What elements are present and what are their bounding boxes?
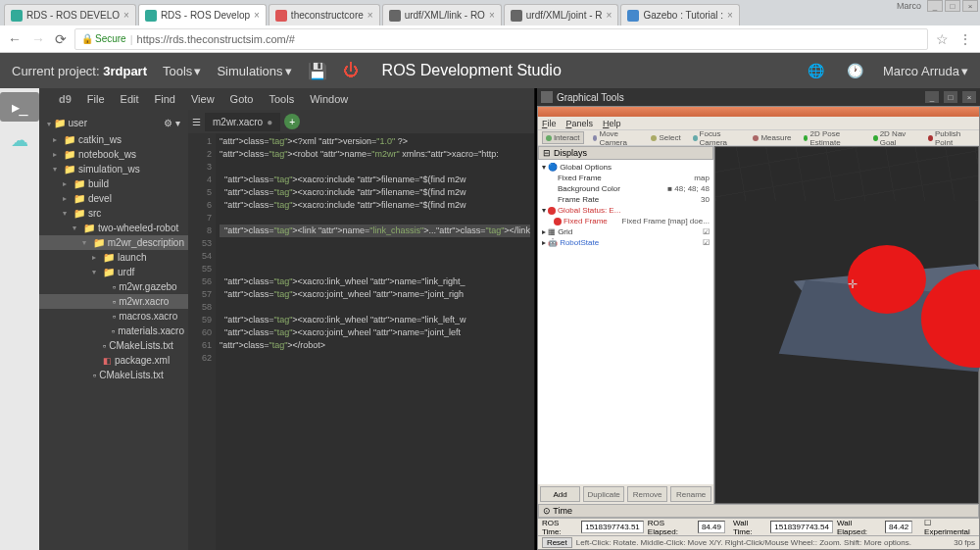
user-menu[interactable]: Marco Arruda ▾ — [883, 64, 968, 78]
back-icon[interactable]: ← — [8, 31, 22, 47]
close-tab-icon[interactable]: × — [607, 10, 612, 21]
c9-menu-item[interactable]: Edit — [121, 93, 139, 105]
folder-node[interactable]: ▸📁devel — [39, 191, 188, 206]
c9-menu-item[interactable]: File — [87, 93, 105, 105]
rviz-tool-button[interactable]: Select — [648, 132, 683, 143]
rviz-tool-button[interactable]: 2D Pose Estimate — [801, 128, 864, 148]
file-node[interactable]: ▫m2wr.xacro — [39, 294, 188, 309]
gt-max-button[interactable]: □ — [944, 91, 957, 103]
duplicate-button[interactable]: Duplicate — [583, 486, 624, 502]
add-button[interactable]: Add — [540, 486, 581, 502]
c9-menu-item[interactable]: View — [191, 93, 215, 105]
folder-node[interactable]: ▾📁urdf — [39, 265, 188, 279]
browser-tab[interactable]: urdf/XML/link - RO× — [382, 4, 502, 25]
code-editor: ☰ m2wr.xacro● + 123456785354555657585960… — [188, 110, 534, 550]
displays-tree[interactable]: ▾ 🔵 Global Options Fixed Framemap Backgr… — [538, 160, 713, 484]
rviz-tool-button[interactable]: Move Camera — [590, 128, 643, 148]
displays-header[interactable]: ⊟ Displays — [538, 146, 713, 160]
c9-menu-item[interactable]: Find — [155, 93, 175, 105]
rviz-tool-button[interactable]: Publish Point — [925, 128, 975, 148]
rviz-3d-view[interactable]: ✛ — [714, 146, 979, 504]
close-tab-icon[interactable]: × — [727, 10, 733, 21]
browser-tab[interactable]: Gazebo : Tutorial :× — [620, 4, 740, 25]
rename-button[interactable]: Rename — [670, 486, 711, 502]
rviz-menu-item[interactable]: File — [542, 119, 557, 128]
close-tab-icon[interactable]: × — [368, 10, 373, 21]
folder-node[interactable]: ▾📁src — [39, 206, 188, 221]
power-icon[interactable]: ⏻ — [343, 62, 359, 79]
close-tab-icon[interactable]: × — [489, 10, 495, 21]
graphical-tools-panel: Graphical Tools _ □ × FilePanelsHelp Int… — [535, 88, 980, 550]
cloud9-icon[interactable]: ☁ — [0, 125, 39, 155]
close-tab-icon[interactable]: × — [123, 10, 129, 21]
folder-node[interactable]: ▾📁m2wr_description — [39, 235, 188, 250]
c9-menu-item[interactable]: Tools — [269, 93, 294, 105]
reload-icon[interactable]: ⟳ — [55, 31, 67, 47]
menu-icon[interactable]: ⋮ — [958, 31, 972, 47]
rviz-tool-button[interactable]: Interact — [542, 131, 584, 144]
rviz-tool-button[interactable]: 2D Nav Goal — [870, 128, 919, 148]
rviz-tool-button[interactable]: Measure — [750, 132, 794, 143]
star-icon[interactable]: ☆ — [936, 31, 949, 47]
save-icon[interactable]: 💾 — [308, 62, 327, 80]
cloud9-brand: d9 — [59, 93, 72, 105]
time-panel-header[interactable]: ⊙ Time — [538, 504, 979, 518]
editor-tab[interactable]: m2wr.xacro● — [205, 113, 280, 131]
rviz-menu-item[interactable]: Panels — [565, 119, 593, 128]
rviz-menu-item[interactable]: Help — [603, 119, 621, 128]
tab-list-icon[interactable]: ☰ — [192, 117, 201, 127]
monitor-icon[interactable] — [0, 159, 39, 188]
browser-tab[interactable]: RDS - ROS Develop× — [138, 4, 267, 25]
cursor-crosshair: ✛ — [848, 277, 858, 291]
rviz-toolbar: InteractMove CameraSelectFocus CameraMea… — [538, 130, 979, 146]
cloud9-menubar: d9 FileEditFindViewGotoToolsWindow — [39, 88, 534, 110]
file-node[interactable]: ▫macros.xacro — [39, 309, 188, 324]
favicon-icon — [511, 10, 522, 22]
simulations-menu[interactable]: Simulations ▾ — [217, 64, 291, 78]
file-node[interactable]: ▫CMakeLists.txt — [39, 368, 188, 382]
favicon-icon — [627, 10, 639, 22]
globe-icon[interactable]: 🌐 — [805, 59, 828, 82]
code-content[interactable]: "attr">class="tag"><?xml "attr">version=… — [216, 133, 534, 550]
browser-tab[interactable]: RDS - ROS DEVELO× — [4, 4, 136, 25]
gt-min-button[interactable]: _ — [925, 91, 939, 103]
os-close-button[interactable]: × — [962, 0, 978, 12]
c9-menu-item[interactable]: Window — [310, 93, 348, 105]
os-min-button[interactable]: _ — [927, 0, 943, 12]
file-node[interactable]: ▫CMakeLists.txt — [39, 338, 188, 353]
file-node[interactable]: ◧package.xml — [39, 353, 188, 368]
folder-node[interactable]: ▾📁simulation_ws — [39, 162, 188, 176]
file-node[interactable]: ▫materials.xacro — [39, 324, 188, 338]
rviz-titlebar[interactable] — [538, 107, 979, 117]
tools-menu[interactable]: Tools ▾ — [163, 64, 201, 78]
browser-tab[interactable]: theconstructcore× — [269, 4, 380, 25]
tab-title: urdf/XML/joint - R — [526, 10, 603, 21]
file-node[interactable]: ▫m2wr.gazebo — [39, 279, 188, 294]
os-max-button[interactable]: □ — [945, 0, 960, 12]
rviz-tool-button[interactable]: Focus Camera — [690, 128, 745, 148]
cloud9-panel: d9 FileEditFindViewGotoToolsWindow ▾ 📁 u… — [39, 88, 535, 550]
close-tab-icon[interactable]: × — [254, 10, 260, 21]
clock-icon[interactable]: 🕐 — [844, 59, 867, 82]
folder-node[interactable]: ▾📁two-wheeled-robot — [39, 221, 188, 235]
rviz-window: FilePanelsHelp InteractMove CameraSelect… — [537, 106, 980, 550]
folder-node[interactable]: ▸📁notebook_ws — [39, 147, 188, 162]
gt-close-button[interactable]: × — [962, 91, 976, 103]
rds-header: Current project: 3rdpart Tools ▾ Simulat… — [0, 53, 980, 88]
code-area[interactable]: 1234567853545556575859606162 "attr">clas… — [188, 133, 534, 550]
folder-node[interactable]: ▸📁build — [39, 176, 188, 191]
folder-node[interactable]: ▸📁launch — [39, 250, 188, 265]
address-bar: ← → ⟳ 🔒 Secure | https://rds.theconstruc… — [0, 25, 980, 53]
remove-button[interactable]: Remove — [627, 486, 668, 502]
c9-menu-item[interactable]: Goto — [230, 93, 254, 105]
forward-icon[interactable]: → — [31, 31, 45, 47]
terminal-icon[interactable]: ▸_ — [0, 92, 39, 122]
reset-button[interactable]: Reset — [542, 537, 572, 548]
folder-node[interactable]: ▸📁catkin_ws — [39, 132, 188, 147]
new-tab-button[interactable]: + — [284, 114, 300, 129]
gear-icon[interactable]: ⚙ ▾ — [164, 118, 180, 128]
url-input[interactable]: 🔒 Secure | https://rds.theconstructsim.c… — [74, 28, 928, 50]
browser-tab[interactable]: urdf/XML/joint - R× — [504, 4, 619, 25]
gt-titlebar: Graphical Tools _ □ × — [537, 88, 980, 106]
file-tree[interactable]: ▾ 📁 user ⚙ ▾ ▸📁catkin_ws▸📁notebook_ws▾📁s… — [39, 110, 188, 550]
